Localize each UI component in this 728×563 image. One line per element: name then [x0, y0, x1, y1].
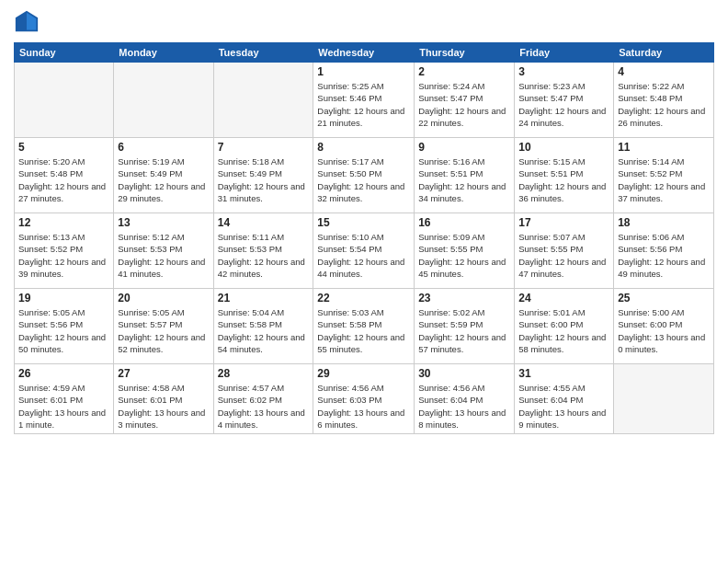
calendar-cell: 15Sunrise: 5:10 AM Sunset: 5:54 PM Dayli…: [313, 213, 415, 289]
day-number: 27: [118, 367, 209, 380]
day-info: Sunrise: 5:03 AM Sunset: 5:58 PM Dayligh…: [317, 306, 410, 355]
calendar-week-row: 12Sunrise: 5:13 AM Sunset: 5:52 PM Dayli…: [15, 213, 714, 289]
day-info: Sunrise: 5:17 AM Sunset: 5:50 PM Dayligh…: [317, 155, 410, 204]
day-number: 23: [418, 292, 510, 304]
day-info: Sunrise: 5:01 AM Sunset: 6:00 PM Dayligh…: [518, 306, 609, 355]
calendar-week-row: 1Sunrise: 5:25 AM Sunset: 5:46 PM Daylig…: [15, 63, 714, 138]
day-number: 15: [317, 216, 410, 229]
day-number: 12: [18, 216, 109, 229]
day-info: Sunrise: 5:16 AM Sunset: 5:51 PM Dayligh…: [418, 155, 510, 204]
day-info: Sunrise: 5:20 AM Sunset: 5:48 PM Dayligh…: [18, 155, 109, 204]
day-info: Sunrise: 5:22 AM Sunset: 5:48 PM Dayligh…: [618, 80, 710, 129]
day-info: Sunrise: 5:10 AM Sunset: 5:54 PM Dayligh…: [317, 231, 410, 280]
day-info: Sunrise: 5:18 AM Sunset: 5:49 PM Dayligh…: [218, 155, 310, 204]
calendar-cell: 3Sunrise: 5:23 AM Sunset: 5:47 PM Daylig…: [515, 63, 614, 138]
day-number: 8: [317, 141, 410, 154]
calendar-cell: 26Sunrise: 4:59 AM Sunset: 6:01 PM Dayli…: [15, 364, 114, 434]
day-info: Sunrise: 5:15 AM Sunset: 5:51 PM Dayligh…: [518, 155, 609, 204]
calendar-cell: 27Sunrise: 4:58 AM Sunset: 6:01 PM Dayli…: [114, 364, 213, 434]
calendar-cell: 9Sunrise: 5:16 AM Sunset: 5:51 PM Daylig…: [415, 138, 515, 213]
calendar-cell: 29Sunrise: 4:56 AM Sunset: 6:03 PM Dayli…: [313, 364, 415, 434]
calendar-cell: 31Sunrise: 4:55 AM Sunset: 6:04 PM Dayli…: [515, 364, 614, 434]
day-info: Sunrise: 5:13 AM Sunset: 5:52 PM Dayligh…: [18, 231, 109, 280]
calendar-cell: 2Sunrise: 5:24 AM Sunset: 5:47 PM Daylig…: [415, 63, 515, 138]
calendar-week-row: 26Sunrise: 4:59 AM Sunset: 6:01 PM Dayli…: [15, 364, 714, 434]
day-number: 13: [118, 216, 209, 229]
day-number: 25: [618, 292, 710, 304]
day-info: Sunrise: 5:12 AM Sunset: 5:53 PM Dayligh…: [118, 231, 209, 280]
day-number: 17: [518, 216, 609, 229]
day-number: 10: [518, 141, 609, 154]
calendar-cell: 14Sunrise: 5:11 AM Sunset: 5:53 PM Dayli…: [213, 213, 313, 289]
day-info: Sunrise: 5:25 AM Sunset: 5:46 PM Dayligh…: [317, 80, 410, 129]
calendar-cell: 30Sunrise: 4:56 AM Sunset: 6:04 PM Dayli…: [415, 364, 515, 434]
day-number: 29: [317, 367, 410, 380]
day-info: Sunrise: 5:09 AM Sunset: 5:55 PM Dayligh…: [418, 231, 510, 280]
day-number: 16: [418, 216, 510, 229]
day-info: Sunrise: 4:59 AM Sunset: 6:01 PM Dayligh…: [18, 382, 109, 431]
day-info: Sunrise: 4:56 AM Sunset: 6:03 PM Dayligh…: [317, 382, 410, 431]
calendar-cell: 5Sunrise: 5:20 AM Sunset: 5:48 PM Daylig…: [15, 138, 114, 213]
calendar-cell: 7Sunrise: 5:18 AM Sunset: 5:49 PM Daylig…: [213, 138, 313, 213]
day-number: 4: [618, 65, 710, 78]
weekday-header-row: SundayMondayTuesdayWednesdayThursdayFrid…: [15, 43, 714, 63]
calendar-cell: 25Sunrise: 5:00 AM Sunset: 6:00 PM Dayli…: [614, 289, 714, 364]
calendar-cell: 16Sunrise: 5:09 AM Sunset: 5:55 PM Dayli…: [415, 213, 515, 289]
day-info: Sunrise: 4:56 AM Sunset: 6:04 PM Dayligh…: [418, 382, 510, 431]
day-number: 18: [618, 216, 710, 229]
day-number: 19: [18, 292, 109, 304]
calendar-cell: [213, 63, 313, 138]
day-info: Sunrise: 5:11 AM Sunset: 5:53 PM Dayligh…: [218, 231, 310, 280]
calendar-cell: 21Sunrise: 5:04 AM Sunset: 5:58 PM Dayli…: [213, 289, 313, 364]
day-info: Sunrise: 5:14 AM Sunset: 5:52 PM Dayligh…: [618, 155, 710, 204]
day-number: 1: [317, 65, 410, 78]
calendar-cell: 12Sunrise: 5:13 AM Sunset: 5:52 PM Dayli…: [15, 213, 114, 289]
day-info: Sunrise: 5:06 AM Sunset: 5:56 PM Dayligh…: [618, 231, 710, 280]
weekday-header: Tuesday: [213, 43, 313, 63]
day-number: 30: [418, 367, 510, 380]
calendar-cell: [114, 63, 213, 138]
calendar-cell: 6Sunrise: 5:19 AM Sunset: 5:49 PM Daylig…: [114, 138, 213, 213]
calendar-cell: 10Sunrise: 5:15 AM Sunset: 5:51 PM Dayli…: [515, 138, 614, 213]
calendar-cell: 23Sunrise: 5:02 AM Sunset: 5:59 PM Dayli…: [415, 289, 515, 364]
calendar-cell: 4Sunrise: 5:22 AM Sunset: 5:48 PM Daylig…: [614, 63, 714, 138]
calendar-cell: 11Sunrise: 5:14 AM Sunset: 5:52 PM Dayli…: [614, 138, 714, 213]
day-number: 26: [18, 367, 109, 380]
header: [14, 9, 714, 35]
day-number: 20: [118, 292, 209, 304]
calendar-cell: 28Sunrise: 4:57 AM Sunset: 6:02 PM Dayli…: [213, 364, 313, 434]
calendar-cell: 19Sunrise: 5:05 AM Sunset: 5:56 PM Dayli…: [15, 289, 114, 364]
day-number: 22: [317, 292, 410, 304]
day-info: Sunrise: 5:04 AM Sunset: 5:58 PM Dayligh…: [218, 306, 310, 355]
day-info: Sunrise: 5:05 AM Sunset: 5:57 PM Dayligh…: [118, 306, 209, 355]
day-number: 28: [218, 367, 310, 380]
day-number: 11: [618, 141, 710, 154]
calendar-cell: 24Sunrise: 5:01 AM Sunset: 6:00 PM Dayli…: [515, 289, 614, 364]
day-number: 6: [118, 141, 209, 154]
day-info: Sunrise: 4:57 AM Sunset: 6:02 PM Dayligh…: [218, 382, 310, 431]
calendar-week-row: 19Sunrise: 5:05 AM Sunset: 5:56 PM Dayli…: [15, 289, 714, 364]
day-info: Sunrise: 5:00 AM Sunset: 6:00 PM Dayligh…: [618, 306, 710, 355]
weekday-header: Friday: [515, 43, 614, 63]
weekday-header: Wednesday: [313, 43, 415, 63]
page: SundayMondayTuesdayWednesdayThursdayFrid…: [0, 0, 728, 563]
calendar-week-row: 5Sunrise: 5:20 AM Sunset: 5:48 PM Daylig…: [15, 138, 714, 213]
day-info: Sunrise: 5:02 AM Sunset: 5:59 PM Dayligh…: [418, 306, 510, 355]
day-info: Sunrise: 5:19 AM Sunset: 5:49 PM Dayligh…: [118, 155, 209, 204]
day-number: 5: [18, 141, 109, 154]
day-info: Sunrise: 5:24 AM Sunset: 5:47 PM Dayligh…: [418, 80, 510, 129]
weekday-header: Saturday: [614, 43, 714, 63]
day-number: 2: [418, 65, 510, 78]
calendar-cell: 20Sunrise: 5:05 AM Sunset: 5:57 PM Dayli…: [114, 289, 213, 364]
calendar-cell: [15, 63, 114, 138]
day-number: 14: [218, 216, 310, 229]
day-number: 31: [518, 367, 609, 380]
logo-icon: [14, 9, 40, 35]
day-number: 24: [518, 292, 609, 304]
calendar-cell: 17Sunrise: 5:07 AM Sunset: 5:55 PM Dayli…: [515, 213, 614, 289]
day-info: Sunrise: 5:05 AM Sunset: 5:56 PM Dayligh…: [18, 306, 109, 355]
logo: [14, 9, 43, 35]
day-info: Sunrise: 5:23 AM Sunset: 5:47 PM Dayligh…: [518, 80, 609, 129]
day-info: Sunrise: 5:07 AM Sunset: 5:55 PM Dayligh…: [518, 231, 609, 280]
day-number: 3: [518, 65, 609, 78]
